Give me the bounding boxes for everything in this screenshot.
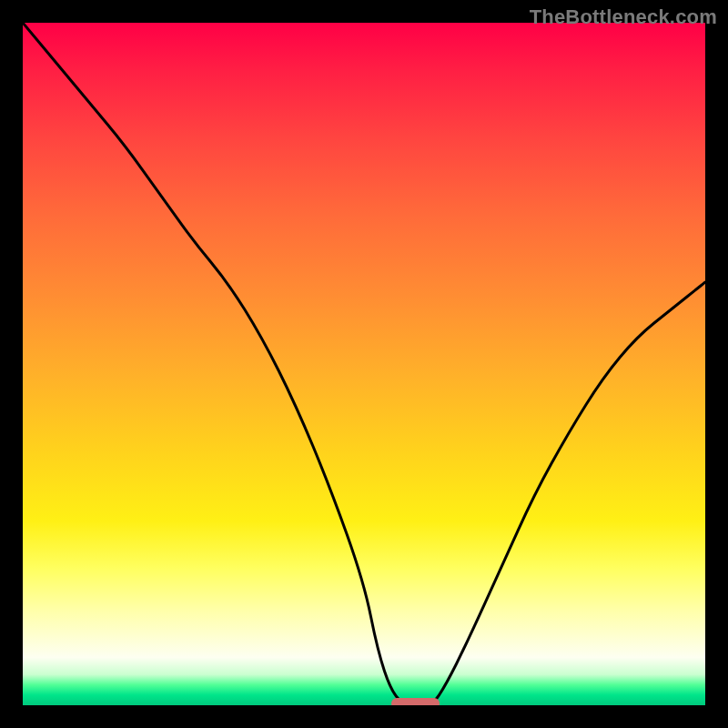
plot-area	[23, 23, 705, 705]
chart-frame: TheBottleneck.com	[0, 0, 728, 728]
optimal-range-marker	[391, 698, 440, 705]
bottleneck-curve-path	[23, 23, 705, 705]
curve-svg	[23, 23, 705, 705]
watermark-text: TheBottleneck.com	[530, 5, 717, 29]
